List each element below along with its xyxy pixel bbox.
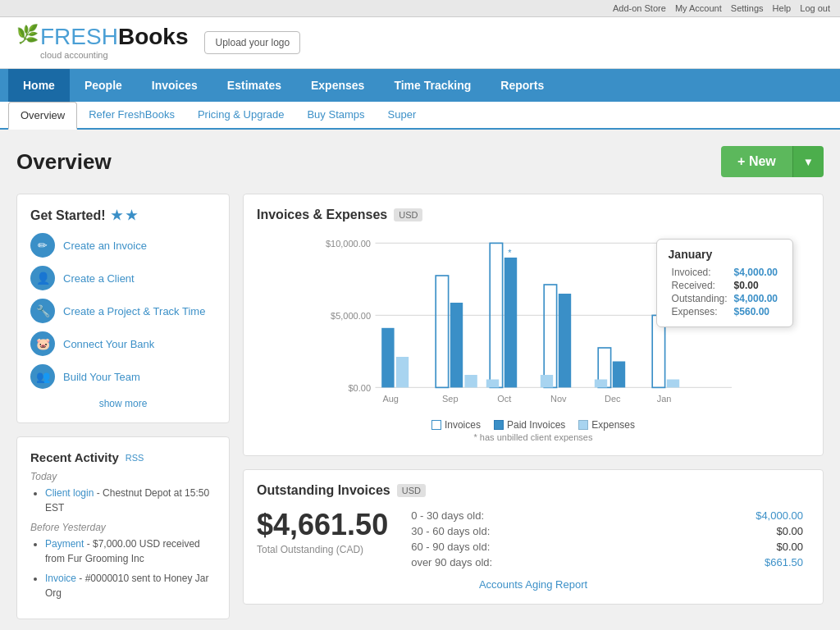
help-link[interactable]: Help [773,3,792,13]
outstanding-total-label: Total Outstanding (CAD) [257,544,388,555]
breakdown-row-30-60: 30 - 60 days old: $0.00 [404,523,810,539]
subnav-refer[interactable]: Refer FreshBooks [77,102,186,128]
breakdown-value: $0.00 [651,539,810,555]
get-started-card: Get Started! ★ ★ ✏ Create an Invoice 👤 C… [16,194,230,423]
page-title: Overview [16,149,112,175]
logo-leaf-icon: 🌿 [16,24,39,45]
tooltip-outstanding-value: $4,000.00 [731,292,781,305]
svg-rect-10 [464,375,477,387]
my-account-link[interactable]: My Account [675,3,722,13]
chart-heading: Invoices & Expenses USD [257,208,810,222]
legend-invoices: Invoices [431,419,481,431]
breakdown-value-link[interactable]: $4,000.00 [651,508,810,523]
breakdown-label: 30 - 60 days old: [404,523,651,539]
top-bar: Add-on Store My Account Settings Help Lo… [0,0,840,17]
create-invoice-link[interactable]: Create an Invoice [63,240,147,252]
settings-link[interactable]: Settings [731,3,764,13]
addon-store-link[interactable]: Add-on Store [613,3,666,13]
main-layout: Get Started! ★ ★ ✏ Create an Invoice 👤 C… [16,194,824,630]
svg-rect-19 [613,362,625,388]
today-activity-list: Client login - Chestnut Depot at 15:50 E… [30,486,216,515]
new-dropdown-button[interactable]: ▼ [792,146,824,177]
outstanding-amount: $4,661.50 [257,508,388,542]
svg-text:Nov: Nov [550,394,567,404]
outstanding-invoices-card: Outstanding Invoices USD $4,661.50 Total… [243,469,824,605]
activity-item: Client login - Chestnut Depot at 15:50 E… [45,486,216,515]
show-more-link[interactable]: show more [99,398,148,409]
get-started-item: ✏ Create an Invoice [30,233,216,258]
svg-text:$5,000.00: $5,000.00 [331,311,371,321]
nav-estimates[interactable]: Estimates [212,69,296,102]
chart-note: * has unbilled client expenses [257,432,810,442]
before-yesterday-label: Before Yesterday [30,522,216,533]
legend-expenses: Expenses [578,419,635,431]
breakdown-label: over 90 days old: [404,555,651,570]
invoice-icon: ✏ [30,233,55,258]
activity-item: Invoice - #0000010 sent to Honey Jar Org [45,571,216,600]
accounts-aging-report-link[interactable]: Accounts Aging Report [257,578,810,591]
breakdown-label: 0 - 30 days old: [404,508,651,523]
svg-text:$0.00: $0.00 [348,383,371,393]
chart-card: Invoices & Expenses USD $10,000.00 $5,00… [243,194,824,456]
breakdown-row-0-30: 0 - 30 days old: $4,000.00 [404,508,810,523]
logout-link[interactable]: Log out [800,3,830,13]
main-nav: Home People Invoices Estimates Expenses … [0,69,840,102]
new-button-group: + New ▼ [721,146,824,177]
svg-rect-20 [595,380,607,388]
sub-nav: Overview Refer FreshBooks Pricing & Upgr… [0,102,840,130]
page-header: Overview + New ▼ [16,146,824,177]
breakdown-row-over-90: over 90 days old: $661.50 [404,555,810,570]
svg-text:Oct: Oct [497,394,511,404]
connect-bank-link[interactable]: Connect Your Bank [63,338,154,350]
svg-rect-8 [436,276,448,387]
subnav-pricing[interactable]: Pricing & Upgrade [186,102,296,128]
outstanding-heading: Outstanding Invoices USD [257,483,810,498]
stars-icon: ★ ★ [111,208,137,223]
show-more-container: show more [30,397,216,409]
svg-text:Jan: Jan [657,394,672,404]
logo-wordmark: FRESHBooks [40,25,188,48]
nav-time-tracking[interactable]: Time Tracking [379,69,486,102]
outstanding-currency-badge: USD [397,484,426,497]
svg-rect-9 [450,303,463,387]
nav-home[interactable]: Home [8,69,70,102]
bar-chart-area: $10,000.00 $5,000.00 $0.00 [257,231,810,411]
build-team-link[interactable]: Build Your Team [63,371,140,383]
svg-text:$10,000.00: $10,000.00 [326,239,371,249]
upload-logo-button[interactable]: Upload your logo [204,31,300,54]
nav-invoices[interactable]: Invoices [137,69,212,102]
nav-expenses[interactable]: Expenses [296,69,379,102]
subnav-super[interactable]: Super [377,102,428,128]
get-started-item: 🔧 Create a Project & Track Time [30,299,216,323]
svg-rect-22 [667,380,679,388]
logo-books: Books [118,24,189,49]
svg-text:*: * [508,248,512,258]
subnav-stamps[interactable]: Buy Stamps [295,102,376,128]
invoice-link[interactable]: Invoice [45,573,76,584]
logo-fresh: FRESH [40,24,118,49]
client-login-link[interactable]: Client login [45,487,94,499]
header: 🌿 FRESHBooks cloud accounting Upload you… [0,17,840,69]
payment-link[interactable]: Payment [45,538,84,550]
rss-link[interactable]: RSS [126,453,144,463]
logo: 🌿 FRESHBooks cloud accounting [16,25,188,60]
create-project-link[interactable]: Create a Project & Track Time [63,305,205,317]
get-started-item: 👤 Create a Client [30,266,216,290]
nav-reports[interactable]: Reports [486,69,559,102]
logo-subtitle: cloud accounting [40,50,188,60]
expenses-legend-label: Expenses [591,419,635,431]
new-button[interactable]: + New [721,146,792,177]
team-icon: 👥 [30,364,55,389]
subnav-overview[interactable]: Overview [8,102,77,130]
breakdown-value-link[interactable]: $661.50 [651,555,810,570]
breakdown-label: 60 - 90 days old: [404,539,651,555]
svg-rect-15 [544,285,556,387]
svg-rect-12 [504,258,517,387]
nav-people[interactable]: People [70,69,137,102]
svg-text:Dec: Dec [605,394,621,404]
outstanding-breakdown: 0 - 30 days old: $4,000.00 30 - 60 days … [404,508,810,570]
bank-icon: 🐷 [30,331,55,356]
outstanding-total-section: $4,661.50 Total Outstanding (CAD) [257,508,388,555]
create-client-link[interactable]: Create a Client [63,272,135,285]
breakdown-row-60-90: 60 - 90 days old: $0.00 [404,539,810,555]
